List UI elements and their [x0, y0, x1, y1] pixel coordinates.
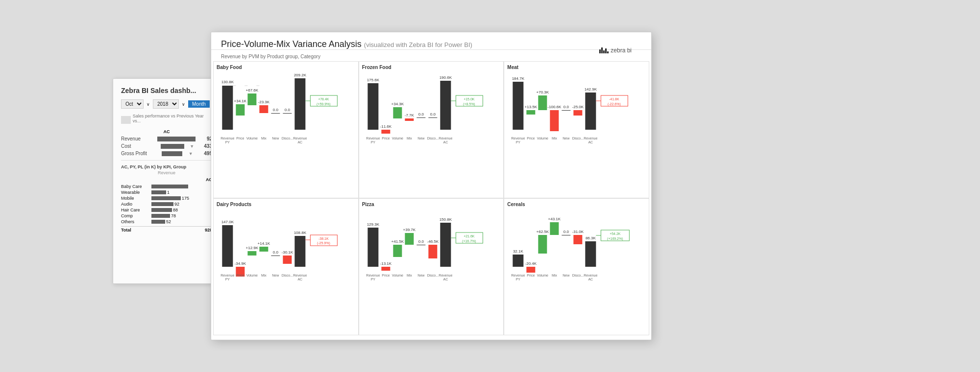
svg-text:Price: Price [527, 274, 535, 277]
svg-text:New: New [417, 137, 425, 140]
svg-rect-27 [393, 107, 402, 118]
svg-text:Volume: Volume [392, 137, 403, 140]
svg-text:0.0: 0.0 [285, 108, 291, 112]
svg-text:+70.3K: +70.3K [537, 90, 549, 94]
svg-text:Mix: Mix [552, 137, 557, 140]
svg-text:+67.6K: +67.6K [246, 88, 259, 93]
bar-disco [283, 113, 292, 114]
bar-revenue-py [222, 86, 233, 130]
svg-text:Revenue: Revenue [293, 137, 307, 140]
svg-text:-23.3K: -23.3K [258, 100, 270, 104]
chart-meat-title: Meat [506, 65, 647, 70]
left-panel: Zebra BI Sales dashb... Oct ∨ 2018 ∨ Mon… [113, 78, 220, 284]
total-row: Total 928 [121, 226, 212, 232]
svg-text:+13.5K: +13.5K [525, 105, 538, 109]
svg-text:Disco...: Disco... [427, 274, 438, 277]
chart-icon [121, 116, 131, 124]
svg-text:0.0: 0.0 [564, 105, 569, 109]
svg-text:Mix: Mix [407, 274, 412, 277]
svg-text:-13.1K: -13.1K [380, 261, 392, 266]
svg-text:209.2K: 209.2K [294, 73, 307, 77]
zebra-logo: zebra bi [599, 47, 632, 54]
svg-text:+39.7K: +39.7K [403, 228, 416, 232]
svg-rect-58 [562, 110, 571, 111]
svg-text:AC: AC [443, 140, 448, 144]
chart-pizza: Pizza 129.3K -13.1K +41.5K +39.7K 0.0 [359, 198, 504, 335]
main-header: Price-Volume-Mix Variance Analysis (visu… [211, 32, 651, 50]
svg-text:New: New [563, 137, 570, 140]
svg-text:AC: AC [443, 278, 448, 281]
svg-text:0.0: 0.0 [273, 108, 279, 112]
svg-text:(+59.9%): (+59.9%) [317, 102, 331, 106]
chart-pizza-svg: 129.3K -13.1K +41.5K +39.7K 0.0 -46.5K 1… [361, 208, 502, 286]
svg-text:175.6K: 175.6K [367, 78, 379, 82]
svg-text:-38.1K: -38.1K [318, 237, 329, 240]
chart-frozen-food: Frozen Food 175.6K -11.6K +34.3K -7.7K 0… [359, 61, 504, 198]
svg-rect-23 [368, 83, 378, 130]
svg-text:-25.0K: -25.0K [572, 105, 584, 109]
svg-rect-114 [428, 245, 437, 258]
svg-text:+34.3K: +34.3K [391, 102, 404, 106]
kpi-revenue: Revenue 92 [121, 136, 212, 141]
svg-text:-11.6K: -11.6K [380, 124, 392, 129]
svg-rect-139 [562, 235, 571, 235]
sales-section-title: Sales performance vs Previous Year vs... [133, 114, 212, 123]
svg-rect-108 [393, 245, 402, 257]
kpi-gp-label: Gross Profit [121, 151, 155, 156]
svg-text:147.0K: 147.0K [221, 220, 234, 224]
svg-text:+62.5K: +62.5K [537, 230, 549, 234]
svg-text:Revenue: Revenue [512, 137, 525, 140]
bar-revenue-ac [294, 78, 305, 130]
svg-text:Revenue: Revenue [366, 274, 380, 277]
svg-text:Revenue: Revenue [439, 274, 452, 277]
kpi-revenue-value: 92 [197, 136, 212, 141]
svg-text:Disco...: Disco... [282, 274, 293, 277]
svg-text:Volume: Volume [392, 274, 403, 277]
svg-text:+41.5K: +41.5K [391, 239, 404, 244]
svg-text:+12.9K: +12.9K [246, 246, 259, 250]
svg-text:Revenue: Revenue [439, 137, 452, 140]
chart-meat-svg: 184.7K +13.5K +70.3K -100.6K 0.0 -25.0K … [506, 71, 647, 149]
month-button[interactable]: Month [188, 100, 210, 108]
svg-text:-7.7K: -7.7K [404, 113, 414, 117]
left-panel-controls: Oct ∨ 2018 ∨ Month YTD [121, 99, 212, 109]
chart-cereals-svg: 32.1K -20.4K +62.5K +43.1K 0.0 -31.0K 86… [506, 208, 647, 286]
chart-baby-food-svg: 130.8K +34.1K +67.6K -23.3K 0.0 0.0 209.… [216, 71, 356, 149]
main-card: Price-Volume-Mix Variance Analysis (visu… [211, 32, 652, 340]
kpi-cost-bar [161, 144, 184, 149]
svg-rect-33 [428, 117, 437, 118]
svg-rect-143 [586, 241, 596, 267]
svg-text:Price: Price [236, 274, 244, 277]
svg-rect-29 [405, 118, 414, 121]
svg-text:-46.5K: -46.5K [427, 239, 439, 244]
svg-text:+15.0K: +15.0K [464, 97, 475, 101]
chart-dairy-svg: 147.0K -34.9K +12.9K +14.1K 0.0 -30.1K 1… [216, 208, 356, 286]
svg-text:Price: Price [527, 137, 535, 140]
svg-rect-137 [550, 222, 559, 235]
svg-rect-112 [416, 245, 425, 245]
year-select[interactable]: 2018 [153, 99, 179, 109]
kpi-gp-value: 495 [197, 151, 212, 156]
svg-text:Revenue: Revenue [584, 137, 598, 140]
month-select[interactable]: Oct [121, 99, 144, 109]
svg-text:New: New [417, 274, 425, 277]
svg-text:0.0: 0.0 [418, 112, 424, 116]
divider [121, 160, 212, 161]
svg-rect-77 [222, 225, 233, 267]
chart-dairy-title: Dairy Products [216, 202, 356, 207]
svg-rect-141 [574, 235, 583, 244]
svg-text:142.9K: 142.9K [585, 87, 597, 92]
gp-arrow: ▼ [189, 151, 193, 156]
svg-rect-104 [368, 228, 378, 267]
svg-text:190.6K: 190.6K [439, 75, 452, 80]
section2-sub: Revenue [121, 170, 212, 175]
svg-text:(-22.6%): (-22.6%) [608, 102, 621, 106]
svg-text:Mix: Mix [552, 274, 557, 277]
chart-frozen-food-svg: 175.6K -11.6K +34.3K -7.7K 0.0 0.0 190.6… [361, 71, 502, 149]
svg-text:Price: Price [382, 137, 390, 140]
svg-text:Revenue: Revenue [293, 274, 307, 277]
svg-rect-106 [381, 267, 390, 271]
svg-rect-31 [416, 117, 425, 118]
svg-rect-60 [574, 110, 583, 116]
svg-text:0.0: 0.0 [430, 112, 436, 116]
